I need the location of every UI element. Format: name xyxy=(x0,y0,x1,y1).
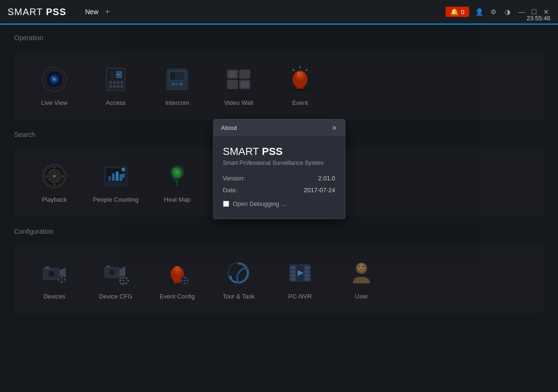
clock-display: 23:55:46 xyxy=(526,15,550,22)
about-close-button[interactable]: ✕ xyxy=(332,125,337,131)
about-version-value: 2.01.0 xyxy=(318,175,335,182)
about-dialog-header: About ✕ xyxy=(214,119,345,136)
about-logo-bold: PSS xyxy=(262,145,283,157)
debug-checkbox[interactable] xyxy=(223,201,229,207)
alarm-badge[interactable]: 🔔 0 xyxy=(446,7,469,17)
debug-label: Open Debugging ... xyxy=(233,200,286,207)
about-subtitle: Smart Professional Surveillance System xyxy=(223,160,335,166)
logo-bold: PSS xyxy=(46,7,66,17)
new-tab-button[interactable]: + xyxy=(105,7,110,17)
about-debug-row: Open Debugging ... xyxy=(223,200,335,207)
about-date-row: Date: 2017-07-24 xyxy=(223,187,335,194)
user-icon[interactable]: 👤 xyxy=(475,8,483,16)
about-version-row: Version: 2.01.0 xyxy=(223,175,335,182)
settings-icon[interactable]: ⚙ xyxy=(489,8,498,16)
titlebar: SMART PSS New + 🔔 0 👤 ⚙ ◑ — ☐ ✕ 23:55:46 xyxy=(0,0,558,25)
dialog-overlay: About ✕ SMART PSS Smart Professional Sur… xyxy=(0,25,558,392)
about-dialog-body: SMART PSS Smart Professional Surveillanc… xyxy=(214,136,345,219)
about-logo-light: SMART xyxy=(223,145,259,157)
theme-icon[interactable]: ◑ xyxy=(503,8,512,16)
about-dialog: About ✕ SMART PSS Smart Professional Sur… xyxy=(213,119,345,219)
about-date-value: 2017-07-24 xyxy=(304,187,335,194)
alarm-count: 0 xyxy=(461,9,464,16)
logo-light: SMART xyxy=(8,7,43,17)
about-version-label: Version: xyxy=(223,175,245,182)
about-app-name: SMART PSS xyxy=(223,145,335,158)
about-dialog-title: About xyxy=(221,124,237,131)
about-date-label: Date: xyxy=(223,187,238,194)
bell-icon: 🔔 xyxy=(450,8,458,16)
app-logo: SMART PSS xyxy=(8,7,66,17)
minimize-button[interactable]: — xyxy=(517,8,526,16)
tab-new[interactable]: New xyxy=(85,8,98,16)
